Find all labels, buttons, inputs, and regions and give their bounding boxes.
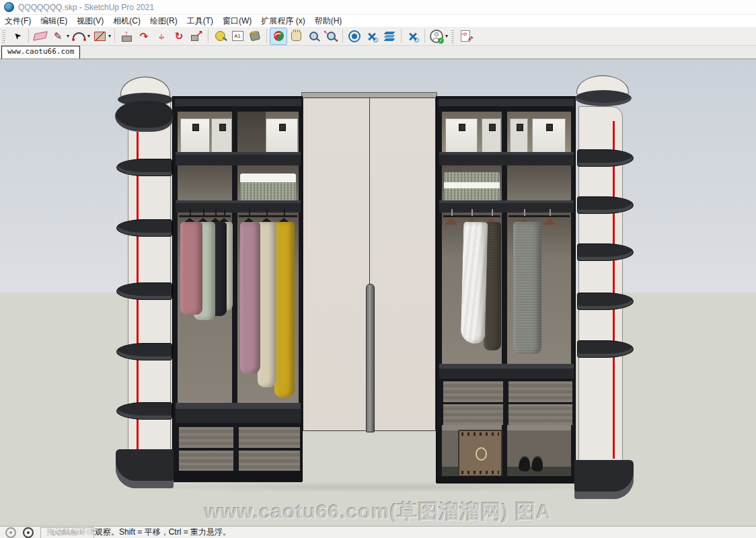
folded-blanket — [240, 174, 296, 200]
compartment-back — [178, 165, 232, 200]
paint-bucket-icon — [250, 31, 260, 41]
rectangle-tool-button[interactable] — [91, 28, 108, 44]
paint-bucket-tool-button[interactable] — [247, 28, 263, 44]
extension-button-3[interactable] — [381, 28, 398, 44]
drawer — [442, 380, 504, 404]
scale-tool-button[interactable]: ↗ — [188, 28, 204, 44]
pan-hand-icon — [291, 32, 301, 41]
menu-file[interactable]: 文件(F) — [0, 15, 36, 27]
followme-tool-button[interactable]: ↷ — [136, 28, 152, 44]
curved-shelf — [577, 149, 634, 167]
storage-box — [445, 118, 478, 153]
line-tool-button[interactable]: ✎ — [50, 28, 66, 44]
curved-shelf — [577, 243, 634, 261]
cabinet-top-face — [175, 99, 301, 106]
garment-cream-dress — [258, 222, 276, 387]
storage-box — [510, 118, 528, 153]
storage-box — [266, 118, 298, 153]
pushpull-tool-button[interactable]: ↑ — [118, 28, 135, 44]
storage-box — [532, 118, 566, 153]
orbit-tool-button[interactable] — [270, 28, 287, 44]
storage-box — [482, 118, 501, 153]
drawer — [507, 380, 574, 404]
account-dropdown[interactable]: ▾ — [445, 33, 448, 39]
toolbar-drag-handle[interactable] — [2, 30, 5, 43]
garment-white-shirt — [461, 222, 488, 344]
shoe — [531, 456, 543, 471]
rotate-icon: ↻ — [175, 31, 184, 41]
credits-status-icon[interactable] — [23, 527, 34, 538]
shelf — [439, 152, 574, 165]
pan-tool-button[interactable] — [288, 28, 304, 44]
cabinet-base — [437, 476, 575, 484]
rectangle-tool-dropdown[interactable]: ▾ — [108, 33, 111, 39]
arc-tool-button[interactable] — [71, 28, 87, 44]
box-handle — [517, 124, 523, 131]
tape-measure-tool-button[interactable] — [212, 28, 228, 44]
box-handle — [546, 124, 553, 131]
garment-gold-dress — [274, 222, 295, 397]
extension-button-4[interactable] — [405, 28, 421, 44]
select-tool-button[interactable]: ➤ — [9, 28, 25, 44]
menu-bar: 文件(F) 编辑(E) 视图(V) 相机(C) 绘图(R) 工具(T) 窗口(W… — [0, 15, 756, 27]
window-title: QQQQQQQ.skp - SketchUp Pro 2021 — [18, 3, 154, 12]
watermark-tab: www.caotu66.com — [1, 46, 80, 59]
extension-button-1[interactable] — [346, 28, 363, 44]
geolocation-status-icon[interactable] — [5, 527, 16, 538]
ruby-console-button[interactable]: rb✎ — [457, 28, 474, 44]
move-tool-button[interactable]: ↔↕ — [153, 28, 169, 44]
tab-strip: www.caotu66.com — [0, 46, 756, 59]
toolbar: ➤ ✎ ▾ ▾ ▾ ↑ ↷ ↔↕ ↻ ↗ A1 ↖↘ ✓ ▾ rb✎ — [0, 27, 756, 46]
text-tool-button[interactable]: A1 — [229, 28, 245, 44]
drawer — [178, 449, 235, 472]
curved-shelf — [577, 196, 634, 214]
menu-extensions[interactable]: 扩展程序 (x) — [256, 15, 309, 27]
extension-button-2[interactable] — [364, 28, 380, 44]
menu-draw[interactable]: 绘图(R) — [145, 15, 182, 27]
zoom-tool-button[interactable] — [305, 28, 322, 44]
curved-shelf — [577, 340, 634, 358]
left-end-base — [116, 449, 174, 488]
zoom-extents-button[interactable]: ↖↘ — [323, 28, 339, 44]
zoom-icon — [309, 32, 318, 40]
followme-icon: ↷ — [140, 31, 149, 41]
blanket-white-layer — [240, 174, 296, 182]
line-tool-dropdown[interactable]: ▾ — [67, 33, 69, 39]
door-handle — [366, 284, 375, 432]
status-watermark-box: QQ素材678 — [40, 527, 94, 538]
account-button[interactable]: ✓ — [428, 28, 445, 44]
left-end-top-shelf — [115, 101, 173, 132]
user-avatar-icon: ✓ — [430, 30, 443, 43]
curved-shelf — [116, 402, 172, 420]
blanket-plaid-layer — [444, 172, 500, 182]
move-icon: ↔↕ — [156, 31, 167, 42]
toolbar-dotted-separator — [451, 29, 454, 43]
extension-cross-icon — [408, 31, 418, 42]
menu-help[interactable]: 帮助(H) — [310, 15, 347, 27]
right-red-accent-line — [613, 121, 615, 459]
arc-tool-dropdown[interactable]: ▾ — [87, 33, 90, 39]
shelf — [439, 200, 574, 213]
orbit-icon — [274, 31, 284, 41]
drawer — [178, 426, 235, 449]
zoom-extents-icon: ↖↘ — [324, 30, 338, 42]
menu-view[interactable]: 视图(V) — [72, 15, 108, 27]
drawer — [237, 449, 301, 472]
toolbar-separator — [208, 29, 209, 43]
storage-box — [180, 118, 210, 153]
menu-edit[interactable]: 编辑(E) — [36, 15, 72, 27]
box-handle — [192, 124, 199, 131]
wardrobe-right-group — [436, 96, 576, 483]
viewport[interactable]: www.caotu66.com(草图溜溜网) 图A — [0, 59, 756, 526]
text-tool-icon: A1 — [232, 31, 243, 41]
menu-window[interactable]: 窗口(W) — [218, 15, 256, 27]
arc-icon — [73, 32, 85, 40]
menu-tools[interactable]: 工具(T) — [182, 15, 218, 27]
box-handle — [459, 124, 465, 131]
rotate-tool-button[interactable]: ↻ — [171, 28, 187, 44]
ruby-console-icon: rb✎ — [461, 30, 470, 42]
blanket-white-layer — [444, 182, 500, 188]
eraser-tool-button[interactable] — [32, 28, 48, 44]
menu-camera[interactable]: 相机(C) — [108, 15, 145, 27]
right-end-cap-band — [575, 90, 632, 106]
